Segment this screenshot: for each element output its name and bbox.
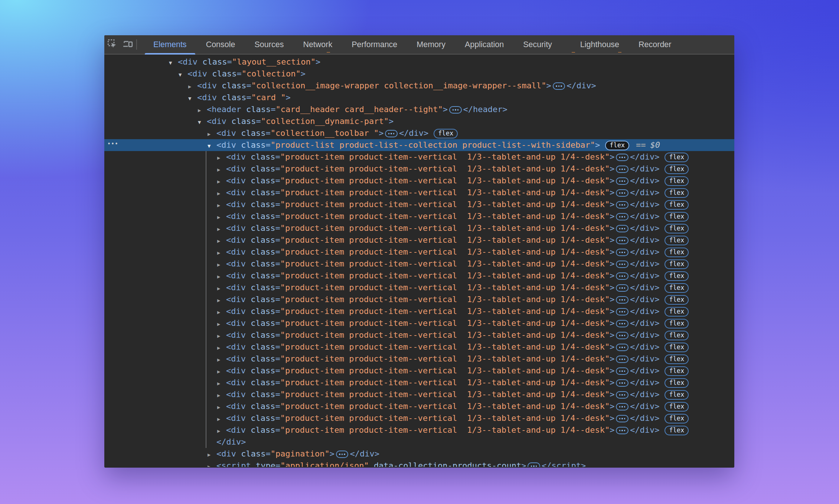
dom-tree-row[interactable]: ▶<div class="product-item product-item--… (104, 365, 734, 377)
expand-children-button[interactable] (616, 391, 629, 399)
device-toolbar-button[interactable] (120, 36, 136, 53)
flex-badge[interactable]: flex (665, 188, 689, 198)
flex-badge[interactable]: flex (665, 200, 689, 210)
disclosure-triangle[interactable]: ▶ (217, 152, 226, 164)
expand-children-button[interactable] (449, 106, 462, 114)
tab-performance[interactable]: Performance (342, 35, 407, 54)
disclosure-triangle[interactable]: ▶ (208, 461, 216, 467)
disclosure-triangle[interactable]: ▶ (217, 425, 226, 437)
disclosure-triangle[interactable]: ▶ (217, 259, 226, 271)
flex-badge[interactable]: flex (665, 366, 689, 376)
dom-tree-row[interactable]: •••▼<div class="product-list product-lis… (104, 139, 734, 151)
disclosure-triangle[interactable]: ▶ (217, 223, 226, 235)
flex-badge[interactable]: flex (665, 153, 689, 162)
disclosure-triangle[interactable]: ▼ (198, 116, 207, 128)
flex-badge[interactable]: flex (665, 331, 689, 340)
disclosure-triangle[interactable]: ▶ (217, 377, 226, 389)
expand-children-button[interactable] (616, 189, 629, 197)
tab-memory[interactable]: Memory (407, 35, 455, 54)
dom-tree-row[interactable]: ▶<div class="collection__image-wrapper c… (104, 80, 734, 92)
tab-recorder[interactable]: Recorder (629, 35, 681, 54)
dom-tree-row[interactable]: ▼<div class="collection"> (104, 68, 734, 80)
dom-tree-row[interactable]: ▶<div class="product-item product-item--… (104, 282, 734, 294)
disclosure-triangle[interactable]: ▶ (217, 318, 226, 330)
expand-children-button[interactable] (553, 82, 565, 90)
expand-children-button[interactable] (528, 462, 540, 467)
flex-badge[interactable]: flex (665, 307, 689, 317)
dom-tree-row[interactable]: ▶<div class="product-item product-item--… (104, 199, 734, 210)
expand-children-button[interactable] (616, 284, 629, 292)
expand-children-button[interactable] (616, 201, 629, 209)
dom-tree-row[interactable]: ▶<div class="product-item product-item--… (104, 305, 734, 317)
disclosure-triangle[interactable]: ▶ (217, 211, 226, 223)
disclosure-triangle[interactable]: ▶ (208, 128, 216, 140)
dom-tree-row[interactable]: ▶<div class="product-item product-item--… (104, 270, 734, 282)
expand-children-button[interactable] (616, 154, 629, 161)
expand-children-button[interactable] (616, 344, 629, 351)
expand-children-button[interactable] (616, 356, 629, 363)
disclosure-triangle[interactable]: ▼ (188, 92, 197, 104)
disclosure-triangle[interactable]: ▶ (217, 294, 226, 306)
expand-children-button[interactable] (616, 427, 629, 434)
disclosure-triangle[interactable]: ▶ (217, 271, 226, 282)
disclosure-triangle[interactable]: ▶ (217, 247, 226, 259)
tab-sources[interactable]: Sources (245, 35, 294, 54)
tab-lighthouse[interactable]: Lighthouse (571, 35, 629, 54)
disclosure-triangle[interactable]: ▶ (217, 306, 226, 318)
disclosure-triangle[interactable]: ▶ (217, 389, 226, 401)
dom-tree-row[interactable]: ▶<div class="product-item product-item--… (104, 294, 734, 305)
flex-badge[interactable]: flex (665, 378, 689, 388)
flex-badge[interactable]: flex (665, 283, 689, 293)
dom-tree-row[interactable]: ▶<div class="product-item product-item--… (104, 210, 734, 222)
dom-tree-row[interactable]: ▶<div class="product-item product-item--… (104, 329, 734, 341)
expand-children-button[interactable] (616, 415, 629, 422)
disclosure-triangle[interactable]: ▶ (217, 330, 226, 342)
expand-children-button[interactable] (616, 225, 629, 232)
expand-children-button[interactable] (616, 296, 629, 304)
dom-tree-row[interactable]: </div> (104, 436, 734, 448)
flex-badge[interactable]: flex (665, 224, 689, 233)
disclosure-triangle[interactable]: ▶ (208, 449, 216, 461)
flex-badge[interactable]: flex (665, 319, 689, 328)
flex-badge[interactable]: flex (665, 390, 689, 400)
flex-badge[interactable]: flex (665, 402, 689, 412)
flex-badge[interactable]: flex (665, 354, 689, 364)
disclosure-triangle[interactable]: ▶ (217, 176, 226, 187)
disclosure-triangle[interactable]: ▶ (217, 401, 226, 413)
expand-children-button[interactable] (336, 451, 349, 458)
disclosure-triangle[interactable]: ▼ (208, 140, 216, 152)
flex-badge[interactable]: flex (665, 176, 689, 186)
disclosure-triangle[interactable]: ▶ (217, 199, 226, 211)
dom-tree-row[interactable]: ▶<div class="product-item product-item--… (104, 234, 734, 246)
dom-tree-row[interactable]: ▶<div class="product-item product-item--… (104, 187, 734, 199)
disclosure-triangle[interactable]: ▶ (217, 164, 226, 176)
flex-badge[interactable]: flex (665, 426, 689, 435)
flex-badge[interactable]: flex (665, 271, 689, 281)
dom-tree-row[interactable]: ▶<div class="product-item product-item--… (104, 175, 734, 187)
expand-children-button[interactable] (616, 308, 629, 315)
dom-tree-row[interactable]: ▶<div class="product-item product-item--… (104, 424, 734, 436)
disclosure-triangle[interactable]: ▶ (217, 366, 226, 377)
dom-tree-row[interactable]: ▶<div class="pagination"></div> (104, 448, 734, 460)
tab-console[interactable]: Console (196, 35, 245, 54)
flex-badge[interactable]: flex (434, 129, 458, 138)
disclosure-triangle[interactable]: ▶ (217, 235, 226, 247)
dom-tree-row[interactable]: ▶<div class="product-item product-item--… (104, 341, 734, 353)
expand-children-button[interactable] (616, 177, 629, 185)
expand-children-button[interactable] (616, 332, 629, 339)
tab-network[interactable]: Network (293, 35, 342, 54)
row-overflow-dots[interactable]: ••• (107, 138, 118, 150)
dom-tree-row[interactable]: ▶<div class="collection__toolbar "></div… (104, 127, 734, 139)
dom-tree-row[interactable]: ▼<div class="card "> (104, 92, 734, 104)
expand-children-button[interactable] (616, 272, 629, 280)
disclosure-triangle[interactable]: ▶ (188, 81, 197, 92)
flex-badge[interactable]: flex (665, 259, 689, 269)
disclosure-triangle[interactable]: ▶ (217, 282, 226, 294)
expand-children-button[interactable] (616, 249, 629, 256)
expand-children-button[interactable] (616, 237, 629, 244)
dom-tree-row[interactable]: ▶<div class="product-item product-item--… (104, 151, 734, 163)
dom-tree-row[interactable]: ▼<div class="collection__dynamic-part"> (104, 115, 734, 127)
disclosure-triangle[interactable]: ▶ (217, 354, 226, 366)
expand-children-button[interactable] (616, 166, 629, 173)
flex-badge[interactable]: flex (665, 212, 689, 222)
